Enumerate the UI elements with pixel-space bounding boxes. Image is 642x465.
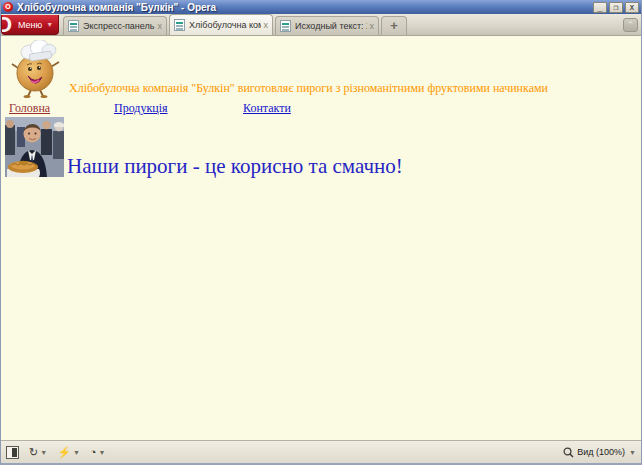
man-with-bread-image <box>5 117 64 177</box>
new-tab-button[interactable]: + <box>381 16 407 35</box>
clock-icon: ◔ <box>90 446 97 459</box>
chevron-down-icon: ▼ <box>629 449 636 456</box>
sync-icon: ↻ <box>29 446 38 459</box>
title-bar: O Хлібобулочна компанія "Булкін" - Opera… <box>1 0 641 14</box>
panels-button[interactable] <box>6 446 19 459</box>
nav-link-products[interactable]: Продукція <box>114 101 168 116</box>
magnifier-icon <box>563 447 574 458</box>
status-bar: ↻ ▼ ⚡ ▼ ◔ ▼ Вид (100%) ▼ <box>1 440 641 463</box>
zoom-level-label: Вид (100%) <box>577 447 625 457</box>
window-title: Хлібобулочна компанія "Булкін" - Opera <box>17 2 593 13</box>
minimize-button[interactable]: _ <box>593 2 607 13</box>
window-controls: _ ❐ x <box>593 2 639 13</box>
chevron-down-icon: ▼ <box>73 449 80 456</box>
zoom-control[interactable]: Вид (100%) ▼ <box>563 447 636 458</box>
tab-bar-expand-icon[interactable]: ⌃ <box>623 18 638 32</box>
tab-current-page[interactable]: Хлібобулочна компанія ... x <box>169 14 273 35</box>
turbo-button[interactable]: ⚡ ▼ <box>57 446 80 459</box>
opera-browser-window: O Хлібобулочна компанія "Булкін" - Opera… <box>0 0 642 465</box>
bun-mascot-image <box>7 40 65 98</box>
page-icon <box>280 20 291 32</box>
tab-close-icon[interactable]: x <box>264 20 269 30</box>
tab-label: Исходный текст: Хлібо... <box>295 21 367 31</box>
page-icon <box>174 19 185 31</box>
chevron-down-icon: ▼ <box>46 21 53 28</box>
chevron-down-icon: ▼ <box>40 449 47 456</box>
restore-button[interactable]: ❐ <box>609 2 623 13</box>
nav-link-home[interactable]: Головна <box>9 101 50 116</box>
page-content: Хлібобулочна компанія "Булкін" виготовля… <box>1 37 641 441</box>
turbo-icon: ⚡ <box>57 446 71 459</box>
tab-label: Экспресс-панель <box>83 21 155 31</box>
opera-menu-button[interactable]: O Меню ▼ <box>1 15 59 35</box>
time-button[interactable]: ◔ ▼ <box>90 446 106 459</box>
panel-toggle-icon <box>6 446 19 459</box>
tab-bar: O Меню ▼ Экспресс-панель x Хлібобулочна … <box>1 14 641 36</box>
tab-label: Хлібобулочна компанія ... <box>189 20 261 30</box>
close-button[interactable]: x <box>625 2 639 13</box>
chevron-down-icon: ▼ <box>98 449 105 456</box>
tab-speed-dial[interactable]: Экспресс-панель x <box>63 16 167 35</box>
menu-button-label: Меню <box>18 20 42 30</box>
nav-link-contacts[interactable]: Контакти <box>243 101 291 116</box>
sync-button[interactable]: ↻ ▼ <box>29 446 47 459</box>
intro-text: Хлібобулочна компанія "Булкін" виготовля… <box>69 81 629 96</box>
tab-close-icon[interactable]: x <box>370 21 375 31</box>
page-heading: Наши пироги - це корисно та смачно! <box>67 154 403 179</box>
opera-o-icon: O <box>1 15 12 35</box>
page-icon <box>68 20 79 32</box>
tab-page-source[interactable]: Исходный текст: Хлібо... x <box>275 16 379 35</box>
tab-close-icon[interactable]: x <box>158 21 163 31</box>
opera-logo-icon: O <box>3 2 13 12</box>
